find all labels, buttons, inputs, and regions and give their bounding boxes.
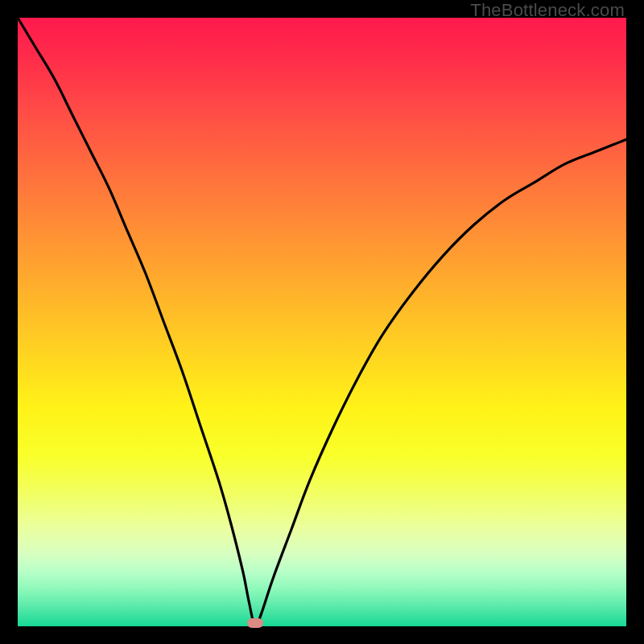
- bottleneck-curve: [18, 18, 626, 626]
- minimum-marker-icon: [247, 618, 263, 628]
- chart-frame: TheBottleneck.com: [0, 0, 644, 644]
- watermark-label: TheBottleneck.com: [470, 0, 625, 21]
